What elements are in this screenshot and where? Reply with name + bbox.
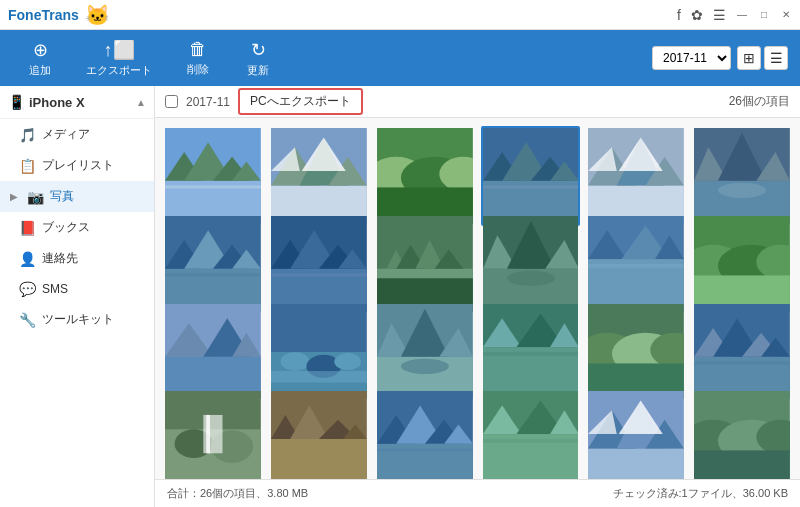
photos-icon: 📷 — [26, 189, 44, 205]
svg-point-95 — [401, 358, 449, 373]
mascot-icon: 🐱 — [85, 3, 110, 27]
status-right: チェック済み:1ファイル、36.00 KB — [613, 486, 788, 501]
svg-rect-114 — [694, 361, 790, 364]
export-icon: ↑⬜ — [104, 39, 135, 61]
titlebar-left: FoneTrans 🐱 — [8, 3, 110, 27]
refresh-button[interactable]: ↻ 更新 — [230, 33, 286, 84]
date-select[interactable]: 2017-11 — [652, 46, 731, 70]
sidebar-item-contacts[interactable]: 👤 連絡先 — [0, 243, 154, 274]
svg-rect-122 — [271, 439, 367, 479]
add-button[interactable]: ⊕ 追加 — [12, 33, 68, 84]
media-label: メディア — [42, 126, 90, 143]
breadcrumb: 2017-11 — [186, 95, 230, 109]
refresh-icon: ↻ — [251, 39, 266, 61]
sms-label: SMS — [42, 282, 68, 296]
app-title: FoneTrans — [8, 7, 79, 23]
toolkit-icon: 🔧 — [18, 312, 36, 328]
device-header: 📱 iPhone X ▲ — [0, 86, 154, 119]
content-header: 2017-11 PCへエクスポート 26個の項目 — [155, 86, 800, 118]
svg-rect-101 — [483, 351, 579, 355]
status-left: 合計：26個の項目、3.80 MB — [167, 486, 308, 501]
close-button[interactable]: ✕ — [780, 9, 792, 21]
photo-item[interactable] — [692, 126, 792, 226]
chevron-up-icon[interactable]: ▲ — [136, 97, 146, 108]
photo-item[interactable] — [375, 214, 475, 314]
photo-item[interactable] — [692, 302, 792, 402]
svg-rect-120 — [206, 415, 210, 453]
books-label: ブックス — [42, 219, 90, 236]
photo-item[interactable] — [586, 126, 686, 226]
photo-item[interactable] — [163, 302, 263, 402]
export-label: エクスポート — [86, 63, 152, 78]
grid-view-button[interactable]: ⊞ — [737, 46, 761, 70]
photo-item[interactable] — [586, 302, 686, 402]
photo-item[interactable] — [269, 126, 369, 226]
photo-item[interactable] — [692, 389, 792, 479]
photo-item[interactable] — [269, 389, 369, 479]
content-area: 2017-11 PCへエクスポート 26個の項目 — [155, 86, 800, 507]
playlist-icon: 📋 — [18, 158, 36, 174]
photos-label: 写真 — [50, 188, 74, 205]
photo-grid — [155, 118, 800, 479]
contacts-icon: 👤 — [18, 251, 36, 267]
svg-rect-6 — [165, 185, 261, 188]
photo-item[interactable] — [375, 126, 475, 226]
toolbar-right: 2017-11 ⊞ ☰ — [652, 46, 788, 70]
sidebar-item-books[interactable]: 📕 ブックス — [0, 212, 154, 243]
svg-rect-141 — [588, 449, 684, 479]
svg-point-88 — [334, 352, 361, 369]
photo-item[interactable] — [375, 302, 475, 402]
refresh-label: 更新 — [247, 63, 269, 78]
photo-item[interactable] — [586, 389, 686, 479]
photo-item[interactable] — [481, 214, 581, 314]
list-view-button[interactable]: ☰ — [764, 46, 788, 70]
sidebar-item-toolkit[interactable]: 🔧 ツールキット — [0, 304, 154, 335]
main-area: 📱 iPhone X ▲ 🎵 メディア 📋 プレイリスト ▶ 📷 写真 📕 ブッ… — [0, 86, 800, 507]
menu-icon[interactable]: ☰ — [713, 7, 726, 23]
delete-button[interactable]: 🗑 削除 — [170, 33, 226, 83]
photo-item[interactable] — [163, 126, 263, 226]
toolbar: ⊕ 追加 ↑⬜ エクスポート 🗑 削除 ↻ 更新 2017-11 ⊞ ☰ — [0, 30, 800, 86]
titlebar-icons: f ✿ ☰ — □ ✕ — [677, 7, 792, 23]
facebook-icon[interactable]: f — [677, 7, 681, 23]
device-icon: 📱 — [8, 94, 25, 110]
svg-rect-133 — [377, 449, 473, 452]
photo-item[interactable] — [692, 214, 792, 314]
add-icon: ⊕ — [33, 39, 48, 61]
sidebar-item-media[interactable]: 🎵 メディア — [0, 119, 154, 150]
photo-item[interactable] — [163, 214, 263, 314]
statusbar: 合計：26個の項目、3.80 MB チェック済み:1ファイル、36.00 KB — [155, 479, 800, 507]
view-toggle: ⊞ ☰ — [737, 46, 788, 70]
svg-rect-72 — [588, 264, 684, 268]
sidebar-item-photos[interactable]: ▶ 📷 写真 — [0, 181, 154, 212]
photo-item[interactable] — [163, 389, 263, 479]
sidebar: 📱 iPhone X ▲ 🎵 メディア 📋 プレイリスト ▶ 📷 写真 📕 ブッ… — [0, 86, 155, 507]
select-all-checkbox[interactable] — [165, 95, 178, 108]
device-name: iPhone X — [29, 95, 85, 110]
svg-rect-46 — [165, 273, 261, 276]
delete-label: 削除 — [187, 62, 209, 77]
maximize-button[interactable]: □ — [758, 9, 770, 21]
contacts-label: 連絡先 — [42, 250, 78, 267]
photo-item[interactable] — [481, 389, 581, 479]
share-icon[interactable]: ✿ — [691, 7, 703, 23]
export-popup[interactable]: PCへエクスポート — [238, 88, 363, 115]
sidebar-item-playlist[interactable]: 📋 プレイリスト — [0, 150, 154, 181]
photo-item[interactable] — [481, 126, 581, 226]
photo-item[interactable] — [481, 302, 581, 402]
item-count: 26個の項目 — [729, 93, 790, 110]
sidebar-item-sms[interactable]: 💬 SMS — [0, 274, 154, 304]
media-icon: 🎵 — [18, 127, 36, 143]
titlebar: FoneTrans 🐱 f ✿ ☰ — □ ✕ — [0, 0, 800, 30]
add-label: 追加 — [29, 63, 51, 78]
photo-item[interactable] — [269, 302, 369, 402]
export-button[interactable]: ↑⬜ エクスポート — [72, 33, 166, 84]
photo-item[interactable] — [586, 214, 686, 314]
minimize-button[interactable]: — — [736, 9, 748, 21]
svg-point-86 — [280, 351, 309, 370]
photo-item[interactable] — [269, 214, 369, 314]
svg-rect-53 — [271, 273, 367, 276]
arrow-icon: ▶ — [10, 191, 18, 202]
toolkit-label: ツールキット — [42, 311, 114, 328]
photo-item[interactable] — [375, 389, 475, 479]
